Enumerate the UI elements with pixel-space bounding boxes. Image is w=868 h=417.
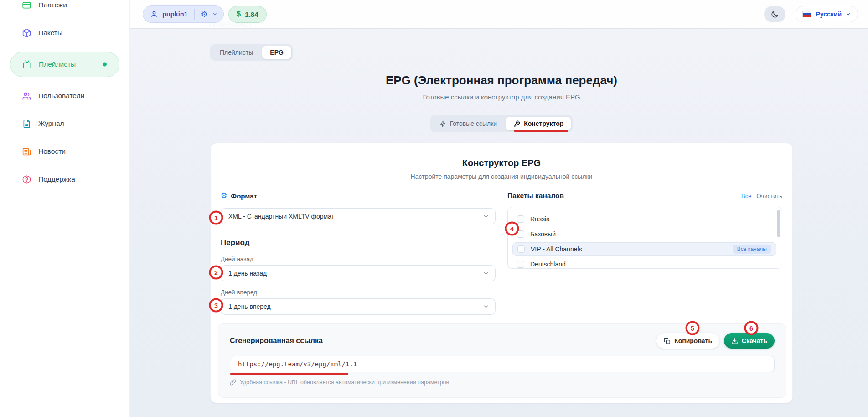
annotation-circle-3: 3	[209, 298, 223, 313]
view-tab-switcher: Плейлисты EPG	[210, 44, 293, 61]
sidebar-item-packages[interactable]: Пакеты	[0, 24, 129, 42]
gear-icon[interactable]: ⚙	[201, 10, 208, 18]
generated-actions: Копировать Скачать	[656, 333, 775, 349]
package-label: Базовый	[530, 230, 556, 238]
tv-icon	[22, 60, 32, 69]
gear-icon: ⚙	[221, 192, 227, 199]
sidebar-item-label: Пакеты	[38, 29, 62, 37]
constructor-form: ⚙ Формат XML - Стандартный XMLTV формат …	[221, 191, 782, 315]
annotation-circle-2: 2	[209, 266, 223, 280]
download-icon	[731, 338, 738, 344]
mode-tab-switcher: Готовые ссылки Конструктор	[430, 115, 573, 132]
topbar-right-group: Русский	[764, 6, 858, 22]
tab-epg[interactable]: EPG	[262, 46, 291, 59]
days-back-label: Дней назад	[221, 255, 496, 263]
package-row[interactable]: Deutschland	[512, 256, 776, 269]
days-forward-select[interactable]: 1 день вперед	[221, 298, 496, 315]
packages-links: Все Очистить	[741, 193, 782, 199]
download-button[interactable]: Скачать	[724, 333, 775, 349]
sidebar-item-journal[interactable]: Журнал	[0, 115, 129, 133]
all-channels-badge: Все каналы	[733, 245, 771, 254]
russia-flag-icon	[802, 11, 811, 17]
user-menu[interactable]: pupkin1 ⚙	[143, 5, 224, 23]
card-subtitle: Настройте параметры для создания индивид…	[221, 173, 782, 180]
sidebar-item-label: Пользователи	[38, 92, 84, 100]
tab-ready-links[interactable]: Готовые ссылки	[432, 117, 505, 130]
sidebar-item-news[interactable]: Новости	[0, 142, 129, 161]
annotation-circle-1: 1	[209, 211, 223, 225]
tab-playlists[interactable]: Плейлисты	[212, 46, 261, 59]
sidebar-item-label: Плейлисты	[39, 60, 76, 68]
pill-divider	[194, 9, 195, 20]
language-selector[interactable]: Русский	[796, 6, 858, 22]
language-label: Русский	[816, 10, 842, 18]
period-label: Период	[221, 238, 496, 248]
sidebar-item-label: Платежи	[38, 1, 67, 9]
package-label: VIP - All Channels	[531, 245, 582, 253]
credit-card-icon	[22, 0, 31, 10]
package-row[interactable]: Базовый	[512, 226, 776, 241]
format-select[interactable]: XML - Стандартный XMLTV формат	[221, 208, 496, 224]
tab-constructor[interactable]: Конструктор	[506, 117, 571, 130]
moon-icon	[770, 10, 779, 19]
page-title: EPG (Электронная программа передач)	[210, 73, 793, 88]
card-title: Конструктор EPG	[221, 158, 782, 168]
sidebar-item-label: Журнал	[38, 120, 64, 128]
clear-link[interactable]: Очистить	[756, 193, 782, 199]
active-indicator-dot	[103, 63, 107, 67]
packages-header: Пакеты каналов Все Очистить	[507, 191, 782, 200]
sidebar-item-playlists[interactable]: Плейлисты	[10, 52, 119, 77]
select-all-link[interactable]: Все	[741, 193, 751, 199]
days-back-select[interactable]: 1 день назад	[221, 265, 496, 281]
annotation-circle-6: 6	[744, 321, 759, 335]
generated-url: https://epg.team/v3/epg/xml/1.1	[238, 360, 357, 368]
chevron-down-icon	[846, 11, 851, 17]
package-checkbox[interactable]	[517, 245, 525, 253]
document-icon	[22, 119, 31, 129]
link-icon	[230, 379, 236, 386]
days-forward-label: Дней вперед	[221, 289, 496, 297]
package-row[interactable]: Russia	[512, 211, 776, 226]
format-label-row: ⚙ Формат	[221, 191, 496, 200]
format-label: Формат	[231, 192, 257, 200]
packages-listbox[interactable]: Russia Базовый VIP - All Channels Все ка…	[507, 207, 782, 269]
sidebar-item-support[interactable]: Поддержка	[0, 170, 129, 188]
copy-button[interactable]: Копировать	[656, 333, 719, 349]
copy-button-label: Копировать	[674, 337, 712, 344]
generated-link-label: Сгенерированная ссылка	[230, 337, 323, 345]
package-row-highlighted[interactable]: VIP - All Channels Все каналы	[512, 242, 776, 256]
generated-note: Удобная ссылка - URL обновляется автомат…	[240, 379, 449, 386]
page-subtitle: Готовые ссылки и конструктор для создани…	[210, 93, 793, 101]
tab-label: Готовые ссылки	[450, 120, 497, 127]
generated-link-panel: Сгенерированная ссылка Копировать Скачат…	[218, 323, 786, 398]
package-checkbox[interactable]	[517, 261, 524, 268]
chevron-down-icon	[483, 270, 489, 276]
generated-header: Сгенерированная ссылка Копировать Скачат…	[230, 333, 775, 349]
cube-icon	[22, 28, 31, 38]
days-forward-value: 1 день вперед	[228, 303, 271, 310]
annotation-circle-5: 5	[686, 321, 700, 335]
sidebar-item-users[interactable]: Пользователи	[0, 87, 129, 105]
generated-note-row: Удобная ссылка - URL обновляется автомат…	[230, 379, 775, 386]
balance-pill[interactable]: $ 1.84	[228, 6, 267, 23]
copy-icon	[664, 338, 671, 344]
right-column: Пакеты каналов Все Очистить Russia Базов…	[507, 191, 782, 315]
users-icon	[22, 91, 31, 101]
constructor-card: Конструктор EPG Настройте параметры для …	[210, 143, 793, 403]
scrollbar-thumb[interactable]	[777, 210, 780, 237]
annotation-circle-4: 4	[505, 222, 519, 236]
chevron-down-icon[interactable]	[212, 11, 217, 17]
mode-tabs-wrap: Готовые ссылки Конструктор	[210, 115, 793, 132]
person-icon	[150, 10, 158, 18]
newspaper-icon	[22, 147, 31, 156]
dark-mode-toggle[interactable]	[764, 6, 785, 22]
sidebar-item-label: Новости	[38, 147, 66, 156]
download-button-label: Скачать	[742, 337, 767, 344]
topbar-left-group: pupkin1 ⚙ $ 1.84	[143, 5, 267, 23]
left-column: ⚙ Формат XML - Стандартный XMLTV формат …	[221, 191, 496, 315]
package-checkbox[interactable]	[517, 215, 524, 223]
sidebar-item-payments[interactable]: Платежи	[0, 0, 129, 14]
tab-label: Конструктор	[524, 120, 563, 127]
topbar: pupkin1 ⚙ $ 1.84 Русский	[130, 0, 868, 28]
generated-url-field[interactable]: https://epg.team/v3/epg/xml/1.1	[230, 356, 775, 372]
